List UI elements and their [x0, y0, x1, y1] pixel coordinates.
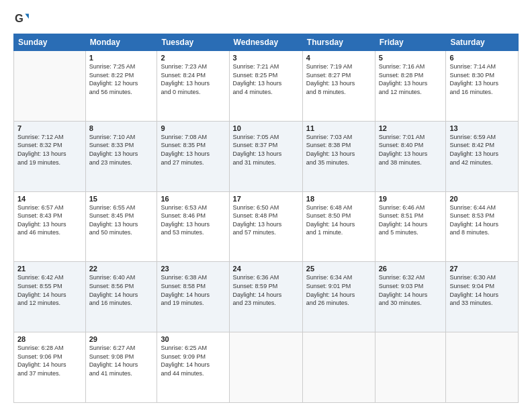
calendar-day-cell: 4Sunrise: 7:19 AM Sunset: 8:27 PM Daylig…: [302, 51, 375, 122]
header: G: [13, 11, 519, 26]
day-info: Sunrise: 7:19 AM Sunset: 8:27 PM Dayligh…: [306, 62, 371, 96]
day-info: Sunrise: 6:42 AM Sunset: 8:55 PM Dayligh…: [17, 273, 82, 307]
day-number: 18: [306, 195, 371, 203]
day-number: 23: [161, 265, 225, 273]
day-info: Sunrise: 6:28 AM Sunset: 9:06 PM Dayligh…: [17, 344, 82, 377]
day-number: 8: [89, 124, 154, 132]
day-info: Sunrise: 6:27 AM Sunset: 9:08 PM Dayligh…: [89, 344, 154, 377]
day-info: Sunrise: 6:36 AM Sunset: 8:59 PM Dayligh…: [233, 273, 299, 307]
calendar-day-cell: 23Sunrise: 6:38 AM Sunset: 8:58 PM Dayli…: [157, 262, 229, 332]
day-number: 4: [306, 54, 371, 62]
day-info: Sunrise: 6:32 AM Sunset: 9:03 PM Dayligh…: [379, 273, 443, 307]
day-info: Sunrise: 6:44 AM Sunset: 8:53 PM Dayligh…: [449, 203, 515, 237]
day-number: 2: [161, 54, 225, 62]
weekday-header-row: SundayMondayTuesdayWednesdayThursdayFrid…: [14, 34, 519, 51]
calendar-week-row: 1Sunrise: 7:25 AM Sunset: 8:22 PM Daylig…: [14, 51, 519, 122]
day-number: 13: [449, 124, 515, 132]
day-info: Sunrise: 6:34 AM Sunset: 9:01 PM Dayligh…: [306, 273, 371, 307]
calendar-day-cell: 10Sunrise: 7:05 AM Sunset: 8:37 PM Dayli…: [229, 121, 302, 191]
calendar-day-cell: 27Sunrise: 6:30 AM Sunset: 9:04 PM Dayli…: [446, 262, 519, 332]
calendar-day-cell: 26Sunrise: 6:32 AM Sunset: 9:03 PM Dayli…: [375, 262, 446, 332]
day-info: Sunrise: 7:21 AM Sunset: 8:25 PM Dayligh…: [233, 62, 299, 96]
day-info: Sunrise: 6:57 AM Sunset: 8:43 PM Dayligh…: [17, 203, 82, 237]
calendar-day-cell: 3Sunrise: 7:21 AM Sunset: 8:25 PM Daylig…: [229, 51, 302, 122]
day-info: Sunrise: 7:10 AM Sunset: 8:33 PM Dayligh…: [89, 133, 154, 167]
day-number: 24: [233, 265, 299, 273]
calendar-week-row: 14Sunrise: 6:57 AM Sunset: 8:43 PM Dayli…: [14, 191, 519, 262]
day-info: Sunrise: 6:25 AM Sunset: 9:09 PM Dayligh…: [161, 344, 225, 377]
day-info: Sunrise: 7:05 AM Sunset: 8:37 PM Dayligh…: [233, 133, 299, 167]
calendar-day-cell: 6Sunrise: 7:14 AM Sunset: 8:30 PM Daylig…: [446, 51, 519, 122]
calendar-day-cell: 24Sunrise: 6:36 AM Sunset: 8:59 PM Dayli…: [229, 262, 302, 332]
calendar-day-cell: 29Sunrise: 6:27 AM Sunset: 9:08 PM Dayli…: [85, 332, 157, 403]
calendar-day-cell: 20Sunrise: 6:44 AM Sunset: 8:53 PM Dayli…: [446, 191, 519, 262]
day-info: Sunrise: 7:12 AM Sunset: 8:32 PM Dayligh…: [17, 133, 82, 167]
calendar-day-cell: 28Sunrise: 6:28 AM Sunset: 9:06 PM Dayli…: [14, 332, 86, 403]
day-number: 21: [17, 265, 82, 273]
day-info: Sunrise: 7:08 AM Sunset: 8:35 PM Dayligh…: [161, 133, 225, 167]
day-number: 12: [379, 124, 443, 132]
weekday-header-sunday: Sunday: [14, 34, 86, 51]
day-number: 20: [449, 195, 515, 203]
day-number: 26: [379, 265, 443, 273]
day-number: 14: [17, 195, 82, 203]
calendar-day-cell: 8Sunrise: 7:10 AM Sunset: 8:33 PM Daylig…: [85, 121, 157, 191]
svg-marker-1: [25, 13, 29, 19]
calendar-day-cell: [229, 332, 302, 403]
calendar-day-cell: 15Sunrise: 6:55 AM Sunset: 8:45 PM Dayli…: [85, 191, 157, 262]
calendar-day-cell: 30Sunrise: 6:25 AM Sunset: 9:09 PM Dayli…: [157, 332, 229, 403]
day-number: 1: [89, 54, 154, 62]
calendar-day-cell: 13Sunrise: 6:59 AM Sunset: 8:42 PM Dayli…: [446, 121, 519, 191]
day-number: 5: [379, 54, 443, 62]
day-number: 28: [17, 335, 82, 343]
calendar-day-cell: 19Sunrise: 6:46 AM Sunset: 8:51 PM Dayli…: [375, 191, 446, 262]
calendar-day-cell: 16Sunrise: 6:53 AM Sunset: 8:46 PM Dayli…: [157, 191, 229, 262]
day-info: Sunrise: 6:38 AM Sunset: 8:58 PM Dayligh…: [161, 273, 225, 307]
day-info: Sunrise: 6:55 AM Sunset: 8:45 PM Dayligh…: [89, 203, 154, 237]
calendar-day-cell: 21Sunrise: 6:42 AM Sunset: 8:55 PM Dayli…: [14, 262, 86, 332]
calendar-day-cell: [446, 332, 519, 403]
day-info: Sunrise: 6:59 AM Sunset: 8:42 PM Dayligh…: [449, 133, 515, 167]
day-info: Sunrise: 7:01 AM Sunset: 8:40 PM Dayligh…: [379, 133, 443, 167]
calendar-week-row: 21Sunrise: 6:42 AM Sunset: 8:55 PM Dayli…: [14, 262, 519, 332]
calendar-day-cell: 25Sunrise: 6:34 AM Sunset: 9:01 PM Dayli…: [302, 262, 375, 332]
calendar-day-cell: [375, 332, 446, 403]
day-number: 6: [449, 54, 515, 62]
weekday-header-thursday: Thursday: [302, 34, 375, 51]
calendar-day-cell: 18Sunrise: 6:48 AM Sunset: 8:50 PM Dayli…: [302, 191, 375, 262]
day-info: Sunrise: 6:48 AM Sunset: 8:50 PM Dayligh…: [306, 203, 371, 237]
day-info: Sunrise: 7:14 AM Sunset: 8:30 PM Dayligh…: [449, 62, 515, 96]
calendar-day-cell: 12Sunrise: 7:01 AM Sunset: 8:40 PM Dayli…: [375, 121, 446, 191]
day-number: 30: [161, 335, 225, 343]
day-number: 15: [89, 195, 154, 203]
svg-text:G: G: [15, 12, 24, 24]
day-number: 11: [306, 124, 371, 132]
weekday-header-friday: Friday: [375, 34, 446, 51]
calendar-day-cell: 1Sunrise: 7:25 AM Sunset: 8:22 PM Daylig…: [85, 51, 157, 122]
calendar-day-cell: [302, 332, 375, 403]
day-info: Sunrise: 6:50 AM Sunset: 8:48 PM Dayligh…: [233, 203, 299, 237]
calendar-week-row: 28Sunrise: 6:28 AM Sunset: 9:06 PM Dayli…: [14, 332, 519, 403]
page: G SundayMondayTuesdayWednesdayThursdayFr…: [0, 0, 532, 411]
day-info: Sunrise: 6:53 AM Sunset: 8:46 PM Dayligh…: [161, 203, 225, 237]
day-info: Sunrise: 6:30 AM Sunset: 9:04 PM Dayligh…: [449, 273, 515, 307]
weekday-header-tuesday: Tuesday: [157, 34, 229, 51]
day-number: 25: [306, 265, 371, 273]
logo: G: [13, 11, 32, 26]
calendar-day-cell: 11Sunrise: 7:03 AM Sunset: 8:38 PM Dayli…: [302, 121, 375, 191]
day-info: Sunrise: 6:46 AM Sunset: 8:51 PM Dayligh…: [379, 203, 443, 237]
day-number: 10: [233, 124, 299, 132]
day-number: 3: [233, 54, 299, 62]
day-number: 16: [161, 195, 225, 203]
calendar-day-cell: 14Sunrise: 6:57 AM Sunset: 8:43 PM Dayli…: [14, 191, 86, 262]
calendar-day-cell: 22Sunrise: 6:40 AM Sunset: 8:56 PM Dayli…: [85, 262, 157, 332]
day-info: Sunrise: 7:23 AM Sunset: 8:24 PM Dayligh…: [161, 62, 225, 96]
calendar-week-row: 7Sunrise: 7:12 AM Sunset: 8:32 PM Daylig…: [14, 121, 519, 191]
day-info: Sunrise: 6:40 AM Sunset: 8:56 PM Dayligh…: [89, 273, 154, 307]
day-number: 19: [379, 195, 443, 203]
day-number: 9: [161, 124, 225, 132]
calendar-day-cell: 9Sunrise: 7:08 AM Sunset: 8:35 PM Daylig…: [157, 121, 229, 191]
calendar-table: SundayMondayTuesdayWednesdayThursdayFrid…: [13, 34, 519, 403]
weekday-header-monday: Monday: [85, 34, 157, 51]
day-number: 17: [233, 195, 299, 203]
